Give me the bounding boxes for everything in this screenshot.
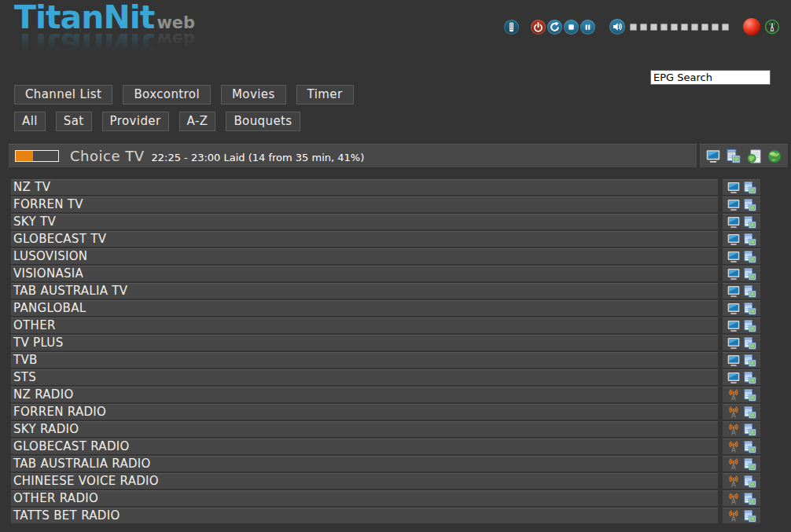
current-channel-name: Choice TV (70, 148, 145, 164)
tv-icon[interactable] (727, 182, 740, 194)
epg-pages-icon[interactable] (744, 389, 756, 402)
epg-pages-icon[interactable] (744, 493, 756, 505)
channel-name[interactable]: SKY TV (11, 214, 718, 229)
volume-segment[interactable] (701, 24, 708, 31)
channel-name[interactable]: FORREN TV (11, 196, 718, 212)
radio-icon[interactable] (727, 441, 740, 453)
pause-button[interactable] (580, 20, 595, 35)
filter-all-button[interactable]: All (14, 112, 46, 131)
channel-name[interactable]: OTHER RADIO (11, 490, 718, 506)
channel-name[interactable]: PANGLOBAL (11, 300, 718, 316)
nav-movies-button[interactable]: Movies (221, 85, 286, 105)
channel-name[interactable]: TVB (11, 352, 718, 368)
channel-name[interactable]: TV PLUS (11, 335, 718, 350)
epg-pages-icon[interactable] (744, 354, 756, 367)
radio-icon[interactable] (727, 493, 740, 505)
filter-az-button[interactable]: A-Z (179, 112, 216, 131)
volume-segment[interactable] (671, 24, 678, 31)
epg-pages-icon[interactable] (744, 182, 756, 194)
tv-icon[interactable] (727, 354, 740, 367)
channel-name[interactable]: GLOBECAST RADIO (11, 438, 718, 454)
power-button[interactable] (531, 20, 546, 35)
monitor-icon[interactable] (706, 149, 720, 163)
channel-name[interactable]: TATTS BET RADIO (11, 508, 718, 523)
remote-control-button[interactable] (504, 20, 519, 35)
volume-segment[interactable] (681, 24, 688, 31)
channel-name[interactable]: LUSOVISION (11, 248, 718, 264)
channel-row: SKY TV (11, 214, 760, 229)
channel-name[interactable]: NZ TV (11, 179, 718, 195)
filter-sat-button[interactable]: Sat (56, 112, 92, 131)
epg-pages-icon[interactable] (744, 458, 756, 471)
epg-pages-icon[interactable] (744, 268, 756, 281)
epg-pages-icon[interactable] (744, 199, 756, 211)
channel-name[interactable]: VISIONASIA (11, 266, 718, 281)
radio-icon[interactable] (727, 406, 740, 419)
volume-segment[interactable] (660, 24, 668, 31)
nav-channel-list-button[interactable]: Channel List (14, 85, 112, 105)
tv-icon[interactable] (727, 337, 740, 350)
speaker-icon (611, 20, 624, 33)
record-status-ball[interactable] (743, 18, 760, 35)
volume-segment[interactable] (640, 24, 647, 31)
epg-pages-icon[interactable] (744, 424, 756, 436)
epg-pages-icon[interactable] (727, 149, 741, 163)
channel-name[interactable]: NZ RADIO (11, 387, 718, 402)
epg-pages-icon[interactable] (744, 285, 756, 298)
nav-timer-button[interactable]: Timer (296, 85, 354, 105)
tv-icon[interactable] (727, 372, 740, 384)
channel-name[interactable]: TAB AUSTRALIA RADIO (11, 456, 718, 471)
epg-pages-icon[interactable] (744, 372, 756, 384)
epg-pages-icon[interactable] (744, 441, 756, 453)
tv-icon[interactable] (727, 233, 740, 246)
tv-icon[interactable] (727, 199, 740, 211)
volume-segment[interactable] (630, 24, 637, 31)
epg-pages-icon[interactable] (744, 233, 756, 246)
now-playing-text: Choice TV 22:25 - 23:00 Laid (14 from 35… (70, 148, 364, 164)
tv-icon[interactable] (727, 285, 740, 298)
epg-pages-icon[interactable] (744, 475, 756, 488)
epg-search-input[interactable] (650, 70, 771, 85)
radio-icon[interactable] (727, 510, 740, 523)
channel-name[interactable]: OTHER (11, 317, 718, 333)
volume-segment[interactable] (691, 24, 698, 31)
channel-name[interactable]: FORREN RADIO (11, 404, 718, 420)
globe-icon[interactable] (767, 149, 782, 163)
restart-button[interactable] (547, 20, 562, 35)
volume-segment[interactable] (650, 24, 657, 31)
epg-pages-icon[interactable] (744, 320, 756, 332)
nav-boxcontrol-button[interactable]: Boxcontrol (123, 85, 211, 105)
tv-icon[interactable] (727, 303, 740, 315)
tv-icon[interactable] (727, 320, 740, 332)
filter-bouquets-button[interactable]: Bouquets (226, 112, 300, 131)
radio-icon[interactable] (727, 389, 740, 402)
volume-segment[interactable] (722, 24, 729, 31)
channel-name[interactable]: TAB AUSTRALIA TV (11, 283, 718, 299)
signal-button[interactable] (764, 19, 780, 35)
epg-pages-icon[interactable] (744, 406, 756, 419)
channel-name[interactable]: GLOBECAST TV (11, 231, 718, 247)
channel-name[interactable]: SKY RADIO (11, 421, 718, 437)
tv-icon[interactable] (727, 216, 740, 229)
stream-doc-icon[interactable] (747, 149, 761, 163)
tv-icon[interactable] (727, 251, 740, 263)
epg-pages-icon[interactable] (744, 303, 756, 315)
epg-pages-icon[interactable] (744, 510, 756, 523)
radio-icon[interactable] (727, 458, 740, 471)
channel-name[interactable]: CHINEESE VOICE RADIO (11, 473, 718, 489)
radio-icon[interactable] (727, 424, 740, 436)
channel-name[interactable]: STS (11, 369, 718, 385)
channel-row: VISIONASIA (11, 266, 760, 281)
volume-segment[interactable] (712, 24, 719, 31)
filter-provider-button[interactable]: Provider (102, 112, 169, 131)
mute-button[interactable] (609, 19, 625, 35)
epg-pages-icon[interactable] (744, 216, 756, 229)
radio-icon[interactable] (727, 475, 740, 488)
epg-pages-icon[interactable] (744, 251, 756, 263)
epg-pages-icon[interactable] (744, 337, 756, 350)
stop-button[interactable] (564, 20, 579, 35)
channel-row-actions (723, 490, 760, 506)
tv-icon[interactable] (727, 268, 740, 281)
stop-icon (565, 21, 577, 33)
channel-row-actions (723, 508, 760, 523)
